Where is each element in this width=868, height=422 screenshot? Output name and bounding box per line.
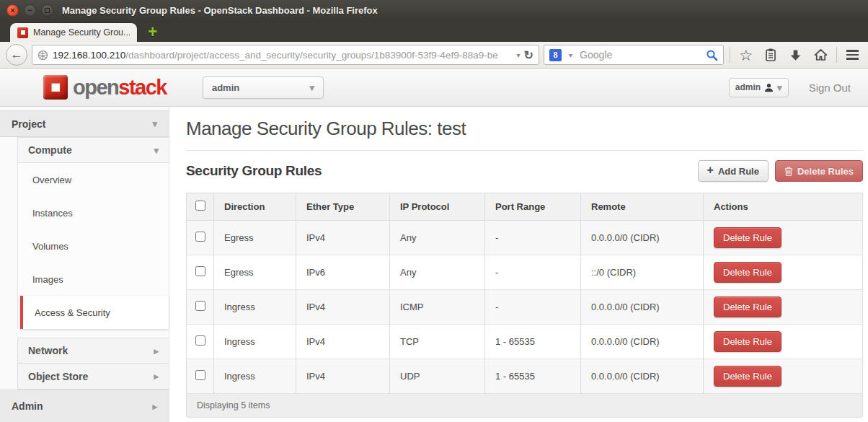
page-title: Manage Security Group Rules: test (186, 118, 863, 140)
url-dropdown-caret-icon[interactable]: ▾ (517, 51, 521, 59)
cell-ether-type: IPv4 (296, 359, 390, 394)
browser-tab[interactable]: Manage Security Grou... (9, 22, 138, 42)
reload-icon[interactable]: ↻ (524, 48, 533, 62)
sidebar-item-label: Access & Security (35, 307, 110, 318)
sidebar: Project ▾ Compute ▾ Overview Instances V… (0, 107, 169, 422)
toolbar-separator (730, 47, 730, 63)
main-content: Manage Security Group Rules: test Securi… (169, 107, 868, 422)
delete-rules-button[interactable]: Delete Rules (775, 160, 863, 182)
sidebar-item-label: Volumes (32, 241, 68, 252)
cell-ip-protocol: Any (390, 221, 485, 255)
admin-label: Admin (12, 400, 43, 412)
chevron-right-icon: ▸ (152, 402, 157, 411)
cell-remote: 0.0.0.0/0 (CIDR) (581, 290, 704, 325)
openstack-cube-icon (43, 75, 68, 100)
cell-port-range: - (485, 221, 581, 255)
bookmark-star-button[interactable]: ☆ (737, 48, 756, 63)
sidebar-item-volumes[interactable]: Volumes (18, 229, 169, 263)
object-store-label: Object Store (28, 371, 88, 382)
back-arrow-icon: ← (11, 48, 23, 62)
home-button[interactable] (812, 48, 831, 62)
sidebar-section-network[interactable]: Network ▸ (17, 338, 169, 364)
browser-navbar: ← 192.168.100.210 /dashboard/project/acc… (0, 42, 868, 69)
table-footer: Displaying 5 items (186, 394, 863, 418)
star-icon: ☆ (739, 48, 753, 63)
home-icon (813, 48, 828, 62)
new-tab-button[interactable]: + (148, 23, 157, 40)
search-magnifier-icon[interactable] (706, 49, 718, 61)
sidebar-item-images[interactable]: Images (18, 263, 169, 296)
trash-icon (784, 167, 793, 176)
delete-rule-button[interactable]: Delete Rule (714, 227, 781, 248)
project-label: Project (12, 118, 45, 130)
delete-rule-button[interactable]: Delete Rule (714, 262, 781, 283)
sign-out-link[interactable]: Sign Out (809, 82, 851, 94)
chevron-right-icon: ▸ (154, 372, 159, 381)
table-row: Egress IPv4 Any - 0.0.0.0/0 (CIDR) Delet… (187, 221, 863, 255)
tab-title: Manage Security Grou... (33, 27, 130, 38)
downloads-button[interactable] (787, 48, 805, 62)
cell-port-range: 1 - 65535 (485, 359, 581, 394)
cell-remote: 0.0.0.0/0 (CIDR) (581, 359, 704, 394)
search-input[interactable] (580, 49, 702, 61)
minimize-icon: − (27, 6, 32, 14)
sidebar-item-overview[interactable]: Overview (18, 163, 169, 196)
cell-ether-type: IPv4 (296, 221, 390, 255)
table-section-title: Security Group Rules (186, 163, 322, 179)
menu-button[interactable] (843, 50, 862, 60)
table-header-row: Direction Ether Type IP Protocol Port Ra… (187, 193, 863, 221)
column-header-actions: Actions (704, 193, 863, 221)
sidebar-section-project[interactable]: Project ▾ (0, 110, 169, 137)
delete-rule-button[interactable]: Delete Rule (714, 366, 781, 387)
bookmarks-menu-button[interactable] (761, 48, 780, 62)
search-engine-caret-icon[interactable]: ▾ (569, 51, 572, 59)
add-rule-button[interactable]: + Add Rule (698, 160, 769, 182)
project-selector-dropdown[interactable]: admin ▾ (203, 76, 324, 99)
cell-remote: ::/0 (CIDR) (581, 255, 704, 290)
column-header-port-range: Port Range (485, 193, 581, 221)
select-all-checkbox[interactable] (195, 201, 205, 211)
column-header-direction: Direction (214, 193, 296, 221)
security-group-rules-table: Direction Ether Type IP Protocol Port Ra… (186, 193, 863, 394)
globe-icon (37, 50, 48, 61)
user-menu-name: admin (735, 82, 761, 92)
sidebar-item-label: Overview (32, 175, 71, 185)
row-checkbox[interactable] (195, 301, 205, 311)
url-input[interactable]: 192.168.100.210 /dashboard/project/acces… (32, 45, 539, 65)
toolbar-icons: ☆ (728, 47, 864, 63)
download-arrow-icon (789, 48, 802, 62)
delete-rule-button[interactable]: Delete Rule (714, 331, 781, 352)
row-checkbox[interactable] (195, 370, 205, 380)
cell-direction: Egress (214, 221, 296, 255)
toolbar-separator (836, 47, 837, 63)
search-bar[interactable]: 8 ▾ (544, 45, 724, 65)
column-header-ip-protocol: IP Protocol (390, 193, 485, 221)
compute-panel: Compute ▾ Overview Instances Volumes Ima… (17, 137, 169, 329)
sidebar-section-admin[interactable]: Admin ▸ (0, 390, 169, 422)
window-controls: × − (0, 4, 62, 17)
wordmark-stack: stack (118, 76, 167, 99)
sidebar-section-object-store[interactable]: Object Store ▸ (17, 364, 169, 390)
sidebar-item-instances[interactable]: Instances (18, 196, 169, 229)
cell-ether-type: IPv4 (296, 325, 390, 359)
sidebar-section-compute[interactable]: Compute ▾ (18, 137, 169, 163)
back-button[interactable]: ← (6, 44, 27, 66)
cell-direction: Ingress (214, 290, 296, 325)
window-maximize-button[interactable] (41, 4, 53, 17)
window-minimize-button[interactable]: − (24, 4, 36, 17)
cell-direction: Ingress (214, 325, 296, 359)
column-header-ether-type: Ether Type (296, 193, 390, 221)
delete-rule-button[interactable]: Delete Rule (714, 296, 781, 317)
sidebar-item-access-and-security[interactable]: Access & Security (20, 296, 169, 329)
window-close-button[interactable]: × (6, 4, 19, 17)
row-checkbox[interactable] (195, 232, 205, 242)
row-checkbox[interactable] (195, 266, 205, 276)
table-row: Ingress IPv4 UDP 1 - 65535 0.0.0.0/0 (CI… (187, 359, 863, 394)
delete-rules-label: Delete Rules (797, 166, 854, 177)
row-checkbox[interactable] (195, 335, 205, 346)
google-search-engine-icon[interactable]: 8 (549, 49, 562, 61)
table-row: Ingress IPv4 TCP 1 - 65535 0.0.0.0/0 (CI… (187, 325, 863, 359)
clipboard-icon (763, 48, 778, 62)
plus-icon: + (707, 164, 714, 176)
user-menu-dropdown[interactable]: admin ▾ (729, 78, 789, 97)
